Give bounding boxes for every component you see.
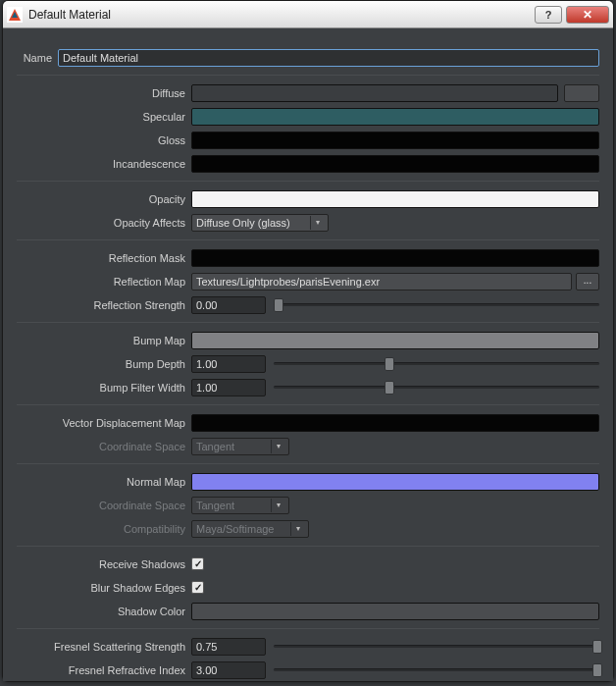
diffuse-map-button[interactable]: [564, 84, 599, 102]
chevron-down-icon: ▾: [271, 440, 284, 453]
receive-shadows-checkbox[interactable]: ✓: [191, 557, 204, 570]
titlebar[interactable]: Default Material ? ✕: [3, 1, 613, 28]
content-area: Name Default Material Diffuse Specular G…: [3, 28, 613, 681]
compatibility-dropdown: Maya/Softimage ▾: [191, 520, 309, 538]
specular-label: Specular: [17, 111, 191, 123]
divider: [17, 628, 599, 629]
coord-space-label-1: Coordinate Space: [17, 441, 191, 452]
specular-swatch[interactable]: [191, 108, 599, 126]
reflection-map-field[interactable]: Textures/Lightprobes/parisEvening.exr: [191, 273, 572, 290]
opacity-affects-dropdown[interactable]: Diffuse Only (glass) ▾: [191, 214, 329, 232]
help-button[interactable]: ?: [535, 6, 562, 24]
bump-depth-label: Bump Depth: [17, 358, 191, 370]
chevron-down-icon: ▾: [271, 499, 284, 512]
fresnel-scatter-slider[interactable]: [274, 638, 599, 656]
opacity-affects-label: Opacity Affects: [17, 217, 191, 229]
close-button[interactable]: ✕: [566, 6, 609, 24]
opacity-swatch[interactable]: [191, 190, 599, 208]
divider: [17, 463, 599, 464]
divider: [17, 181, 599, 182]
compatibility-label: Compatibility: [17, 523, 191, 535]
normal-map-label: Normal Map: [17, 476, 191, 488]
vector-disp-swatch[interactable]: [191, 414, 599, 432]
divider: [17, 239, 599, 240]
dropdown-text: Maya/Softimage: [196, 523, 290, 535]
normal-map-swatch[interactable]: [191, 473, 599, 491]
divider: [17, 404, 599, 405]
reflection-strength-slider[interactable]: [274, 296, 599, 314]
shadow-color-swatch[interactable]: [191, 603, 599, 620]
dropdown-text: Tangent: [196, 441, 271, 452]
dropdown-text: Tangent: [196, 500, 271, 511]
receive-shadows-label: Receive Shadows: [17, 558, 191, 570]
gloss-label: Gloss: [17, 134, 191, 146]
reflection-map-browse-button[interactable]: ...: [576, 273, 599, 290]
incandescence-swatch[interactable]: [191, 155, 599, 173]
incandescence-label: Incandescence: [17, 158, 191, 170]
window-title: Default Material: [28, 8, 531, 22]
reflection-mask-label: Reflection Mask: [17, 252, 191, 264]
material-dialog: Default Material ? ✕ Name Default Materi…: [2, 0, 614, 682]
bump-depth-field[interactable]: 1.00: [191, 355, 266, 373]
name-label: Name: [17, 52, 58, 64]
diffuse-label: Diffuse: [17, 87, 191, 99]
bump-filter-width-label: Bump Filter Width: [17, 382, 191, 394]
coord-space-dropdown-1: Tangent ▾: [191, 438, 289, 455]
fresnel-scatter-label: Fresnel Scattering Strength: [17, 641, 191, 653]
coord-space-label-2: Coordinate Space: [17, 500, 191, 511]
shadow-color-label: Shadow Color: [17, 606, 191, 617]
fresnel-refract-field[interactable]: 3.00: [191, 661, 266, 679]
chevron-down-icon: ▾: [290, 522, 304, 536]
divider: [17, 75, 599, 76]
reflection-strength-label: Reflection Strength: [17, 299, 191, 311]
opacity-label: Opacity: [17, 193, 191, 205]
coord-space-dropdown-2: Tangent ▾: [191, 497, 289, 514]
blur-shadow-edges-checkbox[interactable]: ✓: [191, 581, 204, 594]
divider: [17, 546, 599, 547]
name-field[interactable]: Default Material: [58, 49, 599, 67]
fresnel-refract-label: Fresnel Refractive Index: [17, 664, 191, 676]
vector-disp-label: Vector Displacement Map: [17, 417, 191, 429]
reflection-mask-swatch[interactable]: [191, 249, 599, 267]
dropdown-text: Diffuse Only (glass): [196, 217, 310, 229]
divider: [17, 322, 599, 323]
bump-filter-width-field[interactable]: 1.00: [191, 379, 266, 396]
bump-map-label: Bump Map: [17, 335, 191, 346]
reflection-map-label: Reflection Map: [17, 276, 191, 288]
diffuse-swatch[interactable]: [191, 84, 558, 102]
bump-depth-slider[interactable]: [274, 355, 599, 373]
chevron-down-icon: ▾: [310, 216, 324, 230]
reflection-strength-field[interactable]: 0.00: [191, 296, 266, 314]
bump-map-swatch[interactable]: [191, 332, 599, 349]
fresnel-refract-slider[interactable]: [274, 661, 599, 679]
fresnel-scatter-field[interactable]: 0.75: [191, 638, 266, 656]
bump-filter-width-slider[interactable]: [274, 379, 599, 396]
blur-shadow-edges-label: Blur Shadow Edges: [17, 582, 191, 594]
app-icon: [7, 7, 23, 23]
gloss-swatch[interactable]: [191, 132, 599, 149]
